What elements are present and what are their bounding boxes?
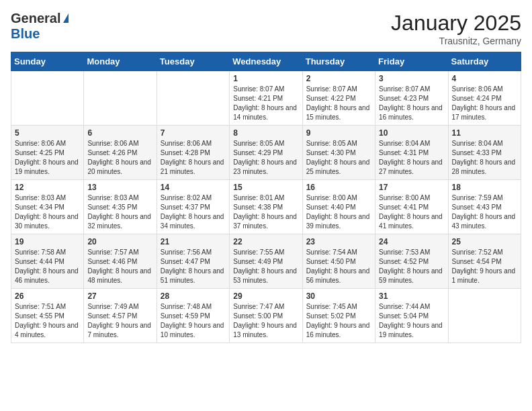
day-number: 16 — [306, 183, 371, 192]
calendar-cell: 11Sunrise: 8:04 AM Sunset: 4:33 PM Dayli… — [448, 126, 521, 180]
calendar-cell: 15Sunrise: 8:01 AM Sunset: 4:38 PM Dayli… — [230, 180, 302, 234]
day-info: Sunrise: 8:06 AM Sunset: 4:26 PM Dayligh… — [87, 139, 152, 177]
day-header-saturday: Saturday — [448, 52, 521, 71]
day-number: 27 — [87, 291, 152, 301]
day-number: 3 — [379, 74, 444, 83]
calendar-week-1: 1Sunrise: 8:07 AM Sunset: 4:21 PM Daylig… — [11, 71, 521, 126]
day-info: Sunrise: 8:00 AM Sunset: 4:41 PM Dayligh… — [379, 193, 444, 231]
day-number: 19 — [15, 237, 80, 246]
day-info: Sunrise: 8:07 AM Sunset: 4:23 PM Dayligh… — [379, 85, 444, 122]
day-number: 14 — [161, 183, 226, 192]
logo-blue-text: Blue — [11, 26, 40, 42]
calendar-cell: 18Sunrise: 7:59 AM Sunset: 4:43 PM Dayli… — [448, 180, 521, 234]
day-info: Sunrise: 7:54 AM Sunset: 4:50 PM Dayligh… — [306, 248, 371, 285]
day-number: 21 — [161, 237, 226, 246]
calendar-cell: 5Sunrise: 8:06 AM Sunset: 4:25 PM Daylig… — [11, 126, 84, 180]
calendar-cell: 6Sunrise: 8:06 AM Sunset: 4:26 PM Daylig… — [84, 126, 157, 180]
day-number: 26 — [15, 291, 80, 301]
day-header-tuesday: Tuesday — [157, 52, 229, 71]
calendar-cell: 24Sunrise: 7:53 AM Sunset: 4:52 PM Dayli… — [375, 234, 448, 289]
calendar-cell: 28Sunrise: 7:48 AM Sunset: 4:59 PM Dayli… — [157, 289, 229, 343]
calendar-cell: 26Sunrise: 7:51 AM Sunset: 4:55 PM Dayli… — [11, 289, 84, 343]
day-number: 8 — [233, 128, 298, 138]
day-info: Sunrise: 7:44 AM Sunset: 5:04 PM Dayligh… — [379, 302, 444, 340]
day-info: Sunrise: 8:01 AM Sunset: 4:38 PM Dayligh… — [233, 193, 298, 231]
day-header-friday: Friday — [375, 52, 448, 71]
day-info: Sunrise: 8:05 AM Sunset: 4:29 PM Dayligh… — [233, 139, 298, 177]
day-info: Sunrise: 7:57 AM Sunset: 4:46 PM Dayligh… — [87, 248, 152, 285]
calendar-cell — [157, 71, 229, 126]
day-number: 2 — [306, 74, 371, 83]
day-number: 12 — [15, 183, 80, 192]
calendar-cell — [11, 71, 84, 126]
day-number: 15 — [233, 183, 298, 192]
calendar-cell: 19Sunrise: 7:58 AM Sunset: 4:44 PM Dayli… — [11, 234, 84, 289]
month-title: January 2025 — [391, 11, 521, 36]
header-row: SundayMondayTuesdayWednesdayThursdayFrid… — [11, 52, 521, 71]
day-number: 28 — [161, 291, 226, 301]
calendar-week-2: 5Sunrise: 8:06 AM Sunset: 4:25 PM Daylig… — [11, 126, 521, 180]
calendar-cell: 17Sunrise: 8:00 AM Sunset: 4:41 PM Dayli… — [375, 180, 448, 234]
calendar-cell: 29Sunrise: 7:47 AM Sunset: 5:00 PM Dayli… — [230, 289, 302, 343]
calendar-cell: 13Sunrise: 8:03 AM Sunset: 4:35 PM Dayli… — [84, 180, 157, 234]
logo-general-text: General — [11, 11, 60, 26]
day-number: 10 — [379, 128, 444, 138]
day-number: 11 — [452, 128, 517, 138]
calendar-cell: 2Sunrise: 8:07 AM Sunset: 4:22 PM Daylig… — [302, 71, 375, 126]
day-info: Sunrise: 8:03 AM Sunset: 4:35 PM Dayligh… — [87, 193, 152, 231]
day-number: 20 — [87, 237, 152, 246]
day-info: Sunrise: 8:06 AM Sunset: 4:25 PM Dayligh… — [15, 139, 80, 177]
day-number: 24 — [379, 237, 444, 246]
day-header-wednesday: Wednesday — [230, 52, 302, 71]
calendar-cell: 25Sunrise: 7:52 AM Sunset: 4:54 PM Dayli… — [448, 234, 521, 289]
day-info: Sunrise: 8:03 AM Sunset: 4:34 PM Dayligh… — [15, 193, 80, 231]
day-number: 25 — [452, 237, 517, 246]
day-info: Sunrise: 8:06 AM Sunset: 4:28 PM Dayligh… — [161, 139, 226, 177]
day-number: 30 — [306, 291, 371, 301]
day-number: 5 — [15, 128, 80, 138]
calendar-cell: 22Sunrise: 7:55 AM Sunset: 4:49 PM Dayli… — [230, 234, 302, 289]
page-header: General Blue January 2025 Trausnitz, Ger… — [11, 11, 521, 46]
day-info: Sunrise: 8:04 AM Sunset: 4:33 PM Dayligh… — [452, 139, 517, 177]
calendar-cell — [448, 289, 521, 343]
day-info: Sunrise: 7:51 AM Sunset: 4:55 PM Dayligh… — [15, 302, 80, 340]
calendar-week-4: 19Sunrise: 7:58 AM Sunset: 4:44 PM Dayli… — [11, 234, 521, 289]
day-info: Sunrise: 8:07 AM Sunset: 4:22 PM Dayligh… — [306, 85, 371, 122]
day-info: Sunrise: 7:52 AM Sunset: 4:54 PM Dayligh… — [452, 248, 517, 285]
calendar-cell: 1Sunrise: 8:07 AM Sunset: 4:21 PM Daylig… — [230, 71, 302, 126]
day-number: 31 — [379, 291, 444, 301]
day-info: Sunrise: 7:53 AM Sunset: 4:52 PM Dayligh… — [379, 248, 444, 285]
calendar-cell: 20Sunrise: 7:57 AM Sunset: 4:46 PM Dayli… — [84, 234, 157, 289]
day-info: Sunrise: 8:02 AM Sunset: 4:37 PM Dayligh… — [161, 193, 226, 231]
calendar-cell — [84, 71, 157, 126]
day-header-monday: Monday — [84, 52, 157, 71]
day-header-thursday: Thursday — [302, 52, 375, 71]
day-number: 9 — [306, 128, 371, 138]
day-number: 6 — [87, 128, 152, 138]
day-info: Sunrise: 8:04 AM Sunset: 4:31 PM Dayligh… — [379, 139, 444, 177]
calendar-week-5: 26Sunrise: 7:51 AM Sunset: 4:55 PM Dayli… — [11, 289, 521, 343]
day-info: Sunrise: 7:58 AM Sunset: 4:44 PM Dayligh… — [15, 248, 80, 285]
day-number: 29 — [233, 291, 298, 301]
day-number: 1 — [233, 74, 298, 83]
calendar-cell: 8Sunrise: 8:05 AM Sunset: 4:29 PM Daylig… — [230, 126, 302, 180]
logo-triangle-icon — [63, 13, 69, 23]
day-number: 13 — [87, 183, 152, 192]
day-info: Sunrise: 7:55 AM Sunset: 4:49 PM Dayligh… — [233, 248, 298, 285]
calendar-cell: 10Sunrise: 8:04 AM Sunset: 4:31 PM Dayli… — [375, 126, 448, 180]
calendar-cell: 23Sunrise: 7:54 AM Sunset: 4:50 PM Dayli… — [302, 234, 375, 289]
day-info: Sunrise: 8:06 AM Sunset: 4:24 PM Dayligh… — [452, 85, 517, 122]
day-number: 7 — [161, 128, 226, 138]
day-info: Sunrise: 7:47 AM Sunset: 5:00 PM Dayligh… — [233, 302, 298, 340]
day-info: Sunrise: 7:45 AM Sunset: 5:02 PM Dayligh… — [306, 302, 371, 340]
logo: General Blue — [11, 11, 69, 42]
calendar-table: SundayMondayTuesdayWednesdayThursdayFrid… — [11, 52, 521, 343]
day-info: Sunrise: 7:48 AM Sunset: 4:59 PM Dayligh… — [161, 302, 226, 340]
day-number: 17 — [379, 183, 444, 192]
calendar-cell: 9Sunrise: 8:05 AM Sunset: 4:30 PM Daylig… — [302, 126, 375, 180]
day-info: Sunrise: 8:05 AM Sunset: 4:30 PM Dayligh… — [306, 139, 371, 177]
calendar-cell: 4Sunrise: 8:06 AM Sunset: 4:24 PM Daylig… — [448, 71, 521, 126]
title-area: January 2025 Trausnitz, Germany — [391, 11, 521, 46]
calendar-cell: 16Sunrise: 8:00 AM Sunset: 4:40 PM Dayli… — [302, 180, 375, 234]
day-info: Sunrise: 7:49 AM Sunset: 4:57 PM Dayligh… — [87, 302, 152, 340]
